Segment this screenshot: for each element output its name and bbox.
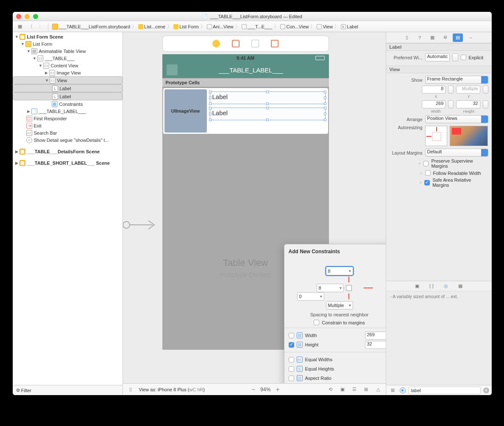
constrain-margins-checkbox[interactable] xyxy=(314,320,319,325)
minimize-button[interactable] xyxy=(25,14,30,19)
tree-row[interactable]: ◫First Responder xyxy=(13,115,123,122)
vc-icon xyxy=(212,40,220,47)
lib-media-tab[interactable]: ▦ xyxy=(456,282,465,290)
search-icon xyxy=(251,40,259,47)
equal-heights-icon: ▯ xyxy=(297,366,303,372)
left-spacing-input[interactable]: 8▼ xyxy=(317,284,344,292)
spacing-label: Spacing to nearest neighbor xyxy=(289,312,386,317)
bottom-strut-icon[interactable] xyxy=(348,293,349,299)
layout-margins-select[interactable]: Default xyxy=(425,149,488,157)
outline-toggle-icon[interactable]: ▯ xyxy=(126,385,135,394)
forward-button[interactable]: 〉 xyxy=(36,22,46,31)
lib-snippets-tab[interactable]: { } xyxy=(427,282,436,290)
cell-label: Label xyxy=(212,109,228,116)
tree-row-selected[interactable]: LLabel xyxy=(13,92,123,100)
lib-objects-tab[interactable]: ▣ xyxy=(413,282,421,290)
height-input[interactable]: 32 xyxy=(456,100,480,108)
help-inspector-tab[interactable]: ? xyxy=(415,33,425,42)
width-checkbox[interactable] xyxy=(289,333,294,338)
tree-row-selected[interactable]: LLabel xyxy=(13,84,123,92)
right-strut-icon[interactable] xyxy=(364,288,373,288)
scene-row[interactable]: ▼▦List Form Scene xyxy=(13,33,123,40)
w-stepper[interactable] xyxy=(448,100,454,108)
library-description: - A variably sized amount of ... ext. xyxy=(386,291,492,385)
tree-row[interactable]: ▼◯List Form xyxy=(13,40,123,47)
attributes-inspector-tab[interactable]: ⟱ xyxy=(440,33,450,42)
top-strut-icon[interactable] xyxy=(348,277,349,282)
show-select[interactable]: Frame Rectangle xyxy=(425,76,488,84)
tree-row[interactable]: ▼▤Animatable Table View xyxy=(13,47,123,55)
close-button[interactable] xyxy=(16,14,21,19)
tree-row[interactable]: ▶〈___TABLE_LABEL___ xyxy=(13,108,123,115)
preserve-checkbox[interactable] xyxy=(423,161,429,166)
zoom-out-button[interactable]: − xyxy=(251,386,255,393)
height-checkbox[interactable] xyxy=(289,342,294,348)
menu-icon xyxy=(167,64,178,75)
file-inspector-tab[interactable]: ▯ xyxy=(402,33,412,42)
related-items-icon[interactable]: ▦ xyxy=(15,22,25,31)
library-tabs: ▣ { } ◎ ▦ xyxy=(386,281,492,291)
tree-row[interactable]: ⇥Exit xyxy=(13,122,123,129)
tree-row[interactable]: ▼▭Content View xyxy=(13,62,123,69)
center-box-icon xyxy=(346,285,352,291)
x-input[interactable]: 8 xyxy=(422,86,446,94)
navigator-filter[interactable]: ⊜ Filter xyxy=(13,385,123,395)
arrange-select[interactable]: Position Views xyxy=(425,115,488,123)
entry-arrow-icon xyxy=(123,216,157,233)
view-as-label[interactable]: View as: iPhone 8 Plus (wC hR) xyxy=(139,387,205,392)
y-stepper[interactable] xyxy=(483,86,488,94)
explicit-checkbox[interactable] xyxy=(461,55,466,60)
tree-row[interactable]: ▶▭Image View xyxy=(13,69,123,76)
width-input[interactable]: 269▼ xyxy=(365,332,386,340)
preferred-width-input[interactable]: Automatic xyxy=(425,53,450,61)
maximize-button[interactable] xyxy=(33,14,38,19)
safe-area-checkbox[interactable] xyxy=(424,180,430,185)
h-stepper[interactable] xyxy=(483,100,488,108)
aspect-ratio-checkbox[interactable] xyxy=(289,376,294,381)
back-button[interactable]: 〈 xyxy=(26,22,35,31)
width-input[interactable]: 269 xyxy=(422,100,446,108)
autoresizing-preview xyxy=(450,126,488,146)
scene-row[interactable]: ▶▦___TABLE_SHORT_LABEL___ Scene xyxy=(13,159,123,166)
height-input[interactable]: 32▼ xyxy=(365,341,386,349)
x-stepper[interactable] xyxy=(448,86,454,94)
equal-heights-checkbox[interactable] xyxy=(289,366,294,372)
top-spacing-input[interactable]: 8▼ xyxy=(326,267,353,275)
embed-icon[interactable]: ▣ xyxy=(338,385,347,394)
equal-widths-checkbox[interactable] xyxy=(289,357,294,362)
update-frames-icon[interactable]: ⟲ xyxy=(326,385,335,394)
height-icon: ⊟ xyxy=(297,342,303,348)
toolbar: ▦ 〈 〉 ___TABLE___ListForm.storyboard〉 Li… xyxy=(13,21,492,32)
scene-row[interactable]: ▶▦___TABLE___DetailsForm Scene xyxy=(13,148,123,155)
autoresizing-control[interactable] xyxy=(425,126,447,146)
tree-row[interactable]: ▼▭___TABLE___ xyxy=(13,55,123,62)
prototype-cell[interactable]: UIImageView Label xyxy=(163,88,328,134)
right-spacing-input[interactable]: 0▼ xyxy=(297,292,324,301)
library-filter-input[interactable] xyxy=(408,387,481,394)
lib-ui-tab[interactable]: ◎ xyxy=(442,282,450,290)
navigator: ▼▦List Form Scene ▼◯List Form ▼▤Animatab… xyxy=(13,32,123,395)
tree-row[interactable]: ▭Search Bar xyxy=(13,129,123,136)
lib-grid-icon[interactable]: ⊞ xyxy=(389,386,397,395)
identity-inspector-tab[interactable]: ▦ xyxy=(427,33,437,42)
image-view: UIImageView xyxy=(164,89,207,133)
bottom-spacing-input[interactable]: Multiple▼ xyxy=(326,301,353,310)
tree-row[interactable]: ▦Constraints xyxy=(13,100,123,108)
pref-width-stepper[interactable] xyxy=(452,53,458,61)
lib-filter-scope-icon[interactable]: ◉ xyxy=(400,387,406,393)
size-inspector-tab[interactable]: ▤ xyxy=(453,33,463,42)
follow-checkbox[interactable] xyxy=(425,170,431,176)
tree-row[interactable]: ○Show Detail segue "showDetails" t... xyxy=(13,136,123,144)
tree-row-selected[interactable]: ▼▭View xyxy=(13,76,123,84)
resolve-icon[interactable]: △ xyxy=(374,385,382,394)
cell-label: Label xyxy=(212,93,228,100)
y-input[interactable]: Multiple xyxy=(456,86,480,94)
connections-inspector-tab[interactable]: → xyxy=(465,33,476,42)
breadcrumb[interactable]: ___TABLE___ListForm.storyboard〉 List...c… xyxy=(50,23,360,30)
zoom-in-button[interactable]: + xyxy=(276,386,279,393)
clear-filter-icon[interactable]: ✕ xyxy=(483,387,489,393)
pin-icon[interactable]: ⊞ xyxy=(362,385,370,394)
align-icon[interactable]: ☰ xyxy=(350,385,359,394)
inspector: ▯ ? ▦ ⟱ ▤ → Label Preferred Wi... Automa… xyxy=(386,32,492,395)
scene-toolbar[interactable] xyxy=(162,36,329,52)
